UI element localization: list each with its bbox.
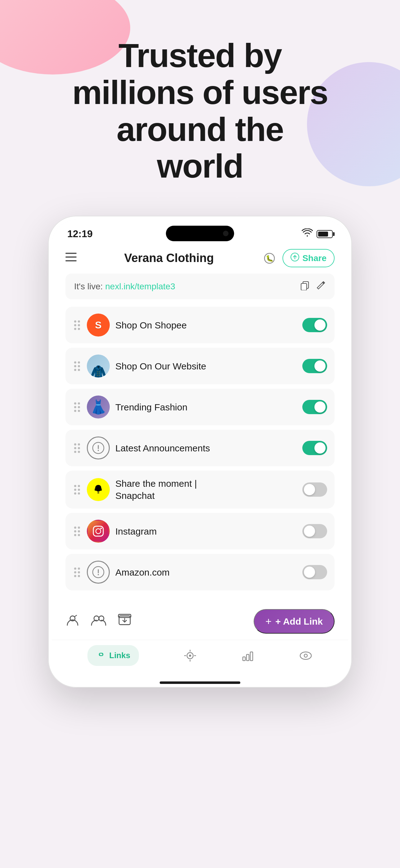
app-content: Verana Clothing 🐛 xyxy=(52,240,348,684)
link-label-snapchat: Share the moment |Snapchat xyxy=(115,477,297,502)
nav-links-label: Links xyxy=(109,651,130,660)
svg-rect-22 xyxy=(243,657,245,661)
list-item: Amazon.com xyxy=(65,554,335,590)
live-link-prefix: It's live: xyxy=(74,282,105,291)
shopee-icon: S xyxy=(87,314,110,337)
toggle-instagram[interactable] xyxy=(302,524,327,538)
app-topbar: Verana Clothing 🐛 xyxy=(52,240,348,274)
nav-item-preview[interactable] xyxy=(299,649,312,662)
drag-handle[interactable] xyxy=(73,401,81,413)
svg-rect-10 xyxy=(93,526,103,536)
list-item: Latest Announcements xyxy=(65,430,335,466)
bottom-actions: + + Add Link xyxy=(52,600,348,640)
copy-link-button[interactable] xyxy=(300,280,310,292)
dynamic-island-dot xyxy=(223,231,229,236)
list-item: S Shop On Shopee xyxy=(65,307,335,343)
battery-fill xyxy=(318,231,328,237)
share-label: Share xyxy=(302,253,327,263)
instagram-icon xyxy=(87,520,110,542)
svg-point-14 xyxy=(98,574,99,575)
toggle-website[interactable] xyxy=(302,359,327,373)
drag-handle[interactable] xyxy=(73,525,81,537)
list-item: Share the moment |Snapchat xyxy=(65,471,335,508)
link-label-fashion: Trending Fashion xyxy=(115,401,297,413)
share-icon xyxy=(291,253,299,264)
status-icons xyxy=(302,228,333,239)
toggle-snapchat[interactable] xyxy=(302,483,327,497)
svg-point-26 xyxy=(304,654,307,657)
group-icon-button[interactable] xyxy=(91,613,106,630)
live-link-bar: It's live: nexl.ink/template3 xyxy=(65,274,335,299)
link-label-instagram: Instagram xyxy=(115,525,297,537)
nav-item-links[interactable]: Links xyxy=(88,645,139,666)
svg-point-11 xyxy=(96,529,101,534)
drag-handle[interactable] xyxy=(73,360,81,372)
status-bar: 12:19 xyxy=(52,219,348,240)
edit-link-button[interactable] xyxy=(316,280,326,292)
website-icon: 🧥 xyxy=(87,354,110,377)
add-link-plus-icon: + xyxy=(265,615,272,627)
link-label-announcements: Latest Announcements xyxy=(115,442,297,454)
battery-icon xyxy=(316,230,333,238)
menu-icon[interactable] xyxy=(65,253,76,264)
dynamic-island xyxy=(166,226,234,241)
add-link-label: + Add Link xyxy=(275,616,323,627)
nav-item-design[interactable] xyxy=(183,649,197,662)
announcement-icon xyxy=(87,436,110,460)
list-item: Instagram xyxy=(65,513,335,550)
share-button[interactable]: Share xyxy=(282,249,335,267)
drag-handle[interactable] xyxy=(73,319,81,331)
link-list: S Shop On Shopee xyxy=(52,307,348,590)
phone-frame: 12:19 xyxy=(48,216,352,688)
link-label-website: Shop On Our Website xyxy=(115,360,297,372)
toggle-shopee[interactable] xyxy=(302,318,327,332)
wifi-icon xyxy=(302,228,313,239)
list-item: 👗 Trending Fashion xyxy=(65,389,335,425)
link-label-shopee: Shop On Shopee xyxy=(115,319,297,331)
app-title: Verana Clothing xyxy=(124,251,214,265)
svg-point-12 xyxy=(100,528,102,529)
live-link-url[interactable]: nexl.ink/template3 xyxy=(105,282,175,291)
link-label-amazon: Amazon.com xyxy=(115,566,297,578)
svg-rect-7 xyxy=(301,283,307,290)
hero-title: Trusted by millions of users around the … xyxy=(70,37,330,185)
snapchat-icon xyxy=(87,478,110,501)
svg-rect-24 xyxy=(250,652,253,661)
topbar-right: 🐛 Share xyxy=(261,249,335,267)
action-icons xyxy=(65,613,132,630)
live-link-actions xyxy=(300,280,326,292)
amazon-icon xyxy=(87,561,110,584)
archive-icon-button[interactable] xyxy=(118,613,132,630)
svg-rect-2 xyxy=(65,260,76,261)
nav-item-stats[interactable] xyxy=(241,649,255,662)
bug-button[interactable]: 🐛 xyxy=(261,250,277,266)
svg-point-21 xyxy=(189,654,191,657)
add-link-button[interactable]: + + Add Link xyxy=(254,609,335,633)
svg-point-9 xyxy=(98,450,99,451)
phone-inner: 12:19 xyxy=(52,219,348,684)
home-indicator xyxy=(160,681,240,684)
list-item: 🧥 Shop On Our Website xyxy=(65,348,335,384)
svg-rect-23 xyxy=(246,654,249,661)
profile-icon-button[interactable] xyxy=(65,613,80,630)
drag-handle[interactable] xyxy=(73,566,81,578)
svg-rect-1 xyxy=(65,256,76,258)
toggle-fashion[interactable] xyxy=(302,400,327,414)
bottom-nav: Links xyxy=(52,640,348,678)
fashion-icon: 👗 xyxy=(87,396,110,418)
live-link-text: It's live: nexl.ink/template3 xyxy=(74,282,175,291)
status-time: 12:19 xyxy=(67,228,93,240)
toggle-amazon[interactable] xyxy=(302,565,327,579)
hero-section: Trusted by millions of users around the … xyxy=(45,0,355,210)
toggle-announcements[interactable] xyxy=(302,441,327,455)
svg-point-25 xyxy=(300,652,311,659)
links-nav-icon xyxy=(96,649,106,661)
svg-text:🐛: 🐛 xyxy=(266,254,273,262)
drag-handle[interactable] xyxy=(73,442,81,454)
phone-wrapper: 12:19 xyxy=(48,216,352,688)
svg-rect-0 xyxy=(65,253,76,254)
drag-handle[interactable] xyxy=(73,484,81,496)
